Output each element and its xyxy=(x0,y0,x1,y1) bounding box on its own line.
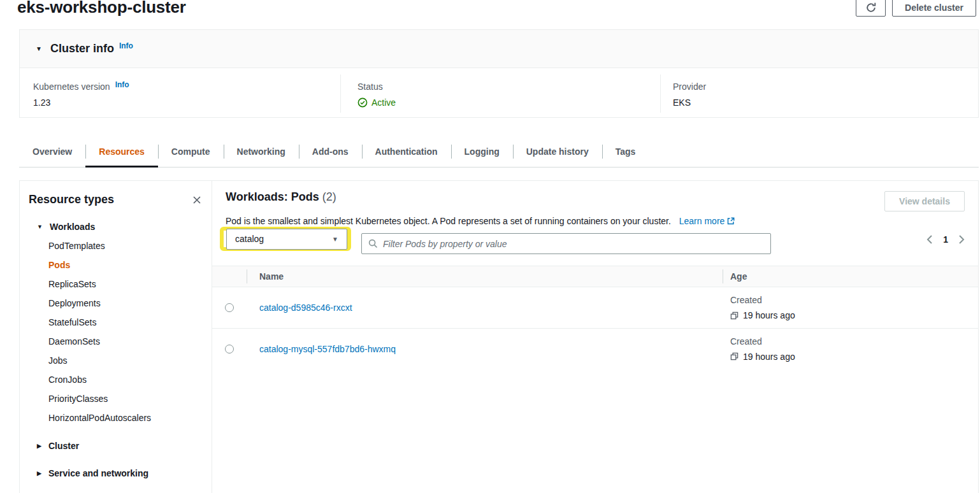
search-icon xyxy=(368,239,378,248)
tree-section-service-and-networking[interactable]: ▶ Service and networking xyxy=(20,464,212,483)
table-header-row: Name Age xyxy=(212,266,978,287)
tab-compute[interactable]: Compute xyxy=(158,136,224,167)
pods-table: Name Age catalog-d5985c46-rxcxt Created xyxy=(212,266,978,369)
copy-icon[interactable] xyxy=(730,311,739,320)
status-active-icon xyxy=(357,97,368,108)
page-title: eks-workshop-cluster xyxy=(17,0,186,18)
tab-overview[interactable]: Overview xyxy=(19,136,85,167)
kubernetes-version-value: 1.23 xyxy=(33,97,129,108)
tab-authentication[interactable]: Authentication xyxy=(362,136,451,167)
provider-label: Provider xyxy=(673,82,706,92)
pods-count: (2) xyxy=(322,190,336,203)
kubernetes-version-field: Kubernetes version Info 1.23 xyxy=(33,82,129,108)
kubernetes-version-label: Kubernetes version xyxy=(33,82,110,92)
annotation-highlight: catalog ▼ xyxy=(220,227,351,251)
kubernetes-version-info-link[interactable]: Info xyxy=(115,80,129,89)
column-header-name: Name xyxy=(259,271,284,282)
pod-name-link[interactable]: catalog-d5985c46-rxcxt xyxy=(259,303,352,313)
status-label: Status xyxy=(357,82,383,92)
close-icon[interactable] xyxy=(191,194,203,206)
provider-value: EKS xyxy=(673,97,706,108)
table-row: catalog-mysql-557fdb7bd6-hwxmq Created 1… xyxy=(212,328,978,369)
refresh-icon xyxy=(865,2,877,13)
age-created-label: Created xyxy=(730,294,978,306)
cluster-info-body: Kubernetes version Info 1.23 Status Acti… xyxy=(20,68,978,117)
sidebar-item-priorityclasses[interactable]: PriorityClasses xyxy=(48,389,212,408)
current-page[interactable]: 1 xyxy=(943,234,948,245)
sidebar-item-jobs[interactable]: Jobs xyxy=(48,351,212,370)
tab-update-history[interactable]: Update history xyxy=(513,136,602,167)
sidebar-item-cronjobs[interactable]: CronJobs xyxy=(48,370,212,389)
sidebar-item-statefulsets[interactable]: StatefulSets xyxy=(48,313,212,332)
next-page-icon[interactable] xyxy=(958,235,965,244)
cluster-tabs: Overview Resources Compute Networking Ad… xyxy=(19,136,979,168)
sidebar-item-deployments[interactable]: Deployments xyxy=(48,294,212,313)
pods-panel-title: Workloads: Pods xyxy=(226,190,319,203)
cluster-info-panel: ▼ Cluster info Info Kubernetes version I… xyxy=(19,29,979,118)
tab-networking[interactable]: Networking xyxy=(224,136,299,167)
pagination: 1 xyxy=(926,234,965,245)
collapse-caret-icon[interactable]: ▼ xyxy=(36,45,42,52)
table-row: catalog-d5985c46-rxcxt Created 19 hours … xyxy=(212,287,978,328)
row-radio-button[interactable] xyxy=(225,303,234,312)
sidebar-item-pods[interactable]: Pods xyxy=(48,255,212,275)
chevron-down-icon: ▼ xyxy=(332,236,338,243)
provider-field: Provider EKS xyxy=(673,82,706,108)
cluster-info-title: Cluster info xyxy=(50,42,114,55)
refresh-button[interactable] xyxy=(856,0,886,17)
copy-icon[interactable] xyxy=(730,352,739,361)
expand-caret-icon: ▶ xyxy=(37,470,41,476)
property-filter-value: catalog xyxy=(235,234,264,244)
status-field: Status Active xyxy=(357,82,396,108)
pod-name-link[interactable]: catalog-mysql-557fdb7bd6-hwxmq xyxy=(259,344,396,354)
status-value: Active xyxy=(371,97,396,108)
pods-search xyxy=(361,233,771,254)
tab-logging[interactable]: Logging xyxy=(451,136,513,167)
pods-panel: Workloads: Pods (2) View details Pod is … xyxy=(212,181,978,493)
collapse-caret-icon: ▼ xyxy=(37,224,43,230)
tab-tags[interactable]: Tags xyxy=(602,136,649,167)
external-link-icon xyxy=(727,217,735,225)
previous-page-icon[interactable] xyxy=(926,235,933,244)
tree-section-workloads[interactable]: ▼ Workloads xyxy=(20,217,212,236)
view-details-button[interactable]: View details xyxy=(884,191,965,211)
learn-more-link[interactable]: Learn more xyxy=(679,216,735,226)
column-divider xyxy=(660,75,661,113)
cluster-info-info-link[interactable]: Info xyxy=(119,41,133,50)
tree-section-cluster[interactable]: ▶ Cluster xyxy=(20,436,212,455)
resource-types-title: Resource types xyxy=(29,193,114,206)
column-divider xyxy=(340,75,341,113)
resource-types-tree: ▼ Workloads PodTemplates Pods ReplicaSet… xyxy=(20,217,212,483)
age-created-label: Created xyxy=(730,336,978,347)
cluster-info-header[interactable]: ▼ Cluster info Info xyxy=(20,30,978,68)
resource-types-sidebar: Resource types ▼ Workloads PodTemplates … xyxy=(20,181,212,493)
tab-resources[interactable]: Resources xyxy=(85,136,158,167)
sidebar-item-horizontalpodautoscalers[interactable]: HorizontalPodAutoscalers xyxy=(48,408,212,427)
sidebar-item-podtemplates[interactable]: PodTemplates xyxy=(48,236,212,255)
search-input[interactable] xyxy=(383,239,764,249)
tab-add-ons[interactable]: Add-ons xyxy=(299,136,362,167)
row-radio-button[interactable] xyxy=(225,345,234,354)
property-filter-dropdown[interactable]: catalog ▼ xyxy=(226,229,347,250)
age-value: 19 hours ago xyxy=(743,310,795,321)
pods-description: Pod is the smallest and simplest Kuberne… xyxy=(226,216,671,226)
sidebar-item-replicasets[interactable]: ReplicaSets xyxy=(48,275,212,294)
delete-cluster-button[interactable]: Delete cluster xyxy=(892,0,976,17)
expand-caret-icon: ▶ xyxy=(37,443,41,449)
column-header-age: Age xyxy=(730,271,747,282)
age-value: 19 hours ago xyxy=(743,351,795,362)
resources-content: Resource types ▼ Workloads PodTemplates … xyxy=(19,180,979,493)
sidebar-item-daemonsets[interactable]: DaemonSets xyxy=(48,332,212,351)
